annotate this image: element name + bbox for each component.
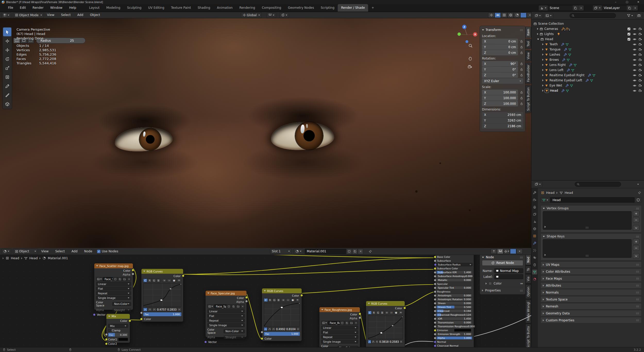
shader-type-dropdown[interactable]: Object xyxy=(13,248,38,254)
panel-title[interactable]: Shape Keys xyxy=(547,235,564,238)
add-workspace-button[interactable]: + xyxy=(368,4,377,12)
viewlayer-name-field[interactable]: ViewLayer xyxy=(602,5,626,11)
source-dropdown[interactable]: Single Image xyxy=(96,296,131,300)
point-x-field[interactable]: 0.4757 xyxy=(157,308,167,311)
color-label[interactable]: Color xyxy=(494,282,502,285)
node-mix[interactable]: Mix Color Mix Clamp Fac0.300 Color1 Colo… xyxy=(106,314,130,343)
curve-tools[interactable]: ● xyxy=(394,311,398,314)
socket-color-out[interactable] xyxy=(132,269,134,271)
node-face-specular[interactable]: Face_Specular.jpg Color Alpha Face_Specu… xyxy=(205,290,247,337)
socket-alpha-out[interactable] xyxy=(359,316,361,319)
viewport-pan-icon[interactable] xyxy=(468,56,473,61)
extension-dropdown[interactable]: Repeat xyxy=(96,291,131,295)
dimensions-x-field[interactable]: X2593 cm xyxy=(482,112,523,117)
menu-edit[interactable]: Edit xyxy=(16,4,29,12)
slider-transmission-roughness[interactable]: Transmission Roughness0.000 xyxy=(436,325,472,328)
rotation-z-field[interactable]: Z0° xyxy=(482,72,518,78)
mode-selector[interactable]: Object Mode xyxy=(13,12,44,18)
snapping-toggle[interactable] xyxy=(497,249,503,254)
checkbox-icon[interactable] xyxy=(627,32,631,36)
fake-user-icon[interactable] xyxy=(340,321,344,325)
menu-file[interactable]: File xyxy=(5,4,16,12)
tool-add-cube[interactable] xyxy=(3,100,11,108)
projection-dropdown[interactable]: Flat xyxy=(321,330,358,334)
remove-shape-key-button[interactable] xyxy=(633,245,639,251)
blend-mode-dropdown[interactable]: Mix xyxy=(108,324,128,328)
slider-ior[interactable]: IOR1.450 xyxy=(436,317,472,320)
socket[interactable] xyxy=(434,333,436,336)
material-name-field[interactable]: Material.001 xyxy=(305,249,346,254)
outliner-display-mode[interactable] xyxy=(533,13,543,19)
node-panel-title[interactable]: Node xyxy=(486,255,494,259)
channel-r[interactable]: R xyxy=(268,298,272,302)
workspace-tab-rendering[interactable]: Rendering xyxy=(236,4,258,12)
gizmo-toggle[interactable] xyxy=(488,13,494,18)
colorspace-dropdown[interactable]: Non-Color xyxy=(224,329,245,333)
outliner-row-realtime-eyeball-left[interactable]: Realtime Eyeball Left xyxy=(533,78,644,83)
workspace-tab-sculpting[interactable]: Sculpting xyxy=(124,4,145,12)
rotation-mode-dropdown[interactable]: XYZ Euler xyxy=(482,78,523,84)
location-y-field[interactable]: Y0 cm xyxy=(482,44,518,50)
outliner-row-cameras[interactable]: Cameras 3 3 xyxy=(533,26,644,31)
snap-target-button[interactable] xyxy=(504,249,510,254)
lock-icon[interactable] xyxy=(518,51,523,54)
navigation-gizmo[interactable]: Z X xyxy=(456,24,478,46)
tab-viewlayer-icon[interactable] xyxy=(532,212,537,217)
channel-c[interactable]: C xyxy=(368,311,372,314)
gizmo-axis-x[interactable]: X xyxy=(473,32,477,37)
properties-editor-type[interactable] xyxy=(533,182,543,187)
scene-browse-button[interactable] xyxy=(539,5,548,11)
socket-subsurface-color[interactable] xyxy=(434,267,436,270)
handle-auto[interactable] xyxy=(368,340,371,344)
point-y-field[interactable]: 0.2583 xyxy=(389,340,399,344)
new-collection-button[interactable] xyxy=(635,13,642,19)
curve-zoom-in[interactable]: + xyxy=(281,298,285,302)
panel-custom-properties[interactable]: Custom Properties xyxy=(540,317,642,323)
lock-icon[interactable] xyxy=(518,40,523,43)
tab-node-wrangler[interactable]: Node Wrangl xyxy=(526,299,531,323)
tool-annotate[interactable] xyxy=(3,82,11,90)
point-y-field[interactable]: 0.2833 xyxy=(167,308,177,311)
node-menu-add[interactable]: Add xyxy=(68,248,81,255)
channel-b[interactable]: B xyxy=(156,279,160,282)
tool-rotate[interactable] xyxy=(3,55,11,63)
shading-rendered-button[interactable] xyxy=(520,13,527,18)
point-x-field[interactable]: 0.3818 xyxy=(379,340,389,344)
colorspace-dropdown[interactable]: Non-Color xyxy=(337,346,358,347)
socket-specular[interactable] xyxy=(434,283,436,285)
menu-window[interactable]: Window xyxy=(47,4,66,12)
socket-subsurface-radius[interactable] xyxy=(434,263,437,266)
socket[interactable] xyxy=(434,287,436,289)
tab-tool-icon[interactable] xyxy=(532,190,537,195)
handle-auto[interactable] xyxy=(143,308,147,311)
scale-y-field[interactable]: Y100.000 xyxy=(482,95,518,101)
socket-subsurface[interactable] xyxy=(434,260,436,262)
curve-widget[interactable] xyxy=(368,315,403,339)
color-presets-icon[interactable]: ≔ xyxy=(520,282,523,285)
socket-color-out[interactable] xyxy=(182,274,184,277)
slider-sheen-tint[interactable]: Sheen Tint0.500 xyxy=(436,305,472,309)
alpha-mode-dropdown[interactable]: Straight xyxy=(224,335,245,339)
viewlayer-remove-button[interactable] xyxy=(632,5,638,11)
socket[interactable] xyxy=(434,310,436,312)
gizmo-axis-y[interactable] xyxy=(457,32,461,36)
panel-texture-space[interactable]: Texture Space xyxy=(540,296,642,303)
workspace-tab-scripting[interactable]: Scripting xyxy=(317,4,338,12)
socket[interactable] xyxy=(434,294,436,297)
outliner-restriction-toggles[interactable] xyxy=(544,13,553,19)
delete-point-button[interactable] xyxy=(400,340,403,344)
tab-material-icon[interactable] xyxy=(532,277,537,282)
image-name-field[interactable]: Face_Specular.jpg xyxy=(214,304,226,308)
tab-render-icon[interactable] xyxy=(532,198,537,202)
curve-extend[interactable] xyxy=(295,298,300,302)
lock-icon[interactable] xyxy=(518,73,523,77)
rotation-y-field[interactable]: Y0° xyxy=(482,67,518,72)
alpha-mode-dropdown[interactable]: Straight xyxy=(112,308,131,312)
tab-object-icon[interactable] xyxy=(532,234,537,238)
outliner-row-head-mesh[interactable]: Head xyxy=(533,88,644,93)
proportional-edit-button[interactable] xyxy=(279,12,289,18)
point-y-field[interactable]: 0.8104 xyxy=(286,327,296,331)
tool-scale[interactable] xyxy=(3,64,11,72)
socket[interactable] xyxy=(434,306,436,308)
image-browse-button[interactable] xyxy=(207,304,214,308)
